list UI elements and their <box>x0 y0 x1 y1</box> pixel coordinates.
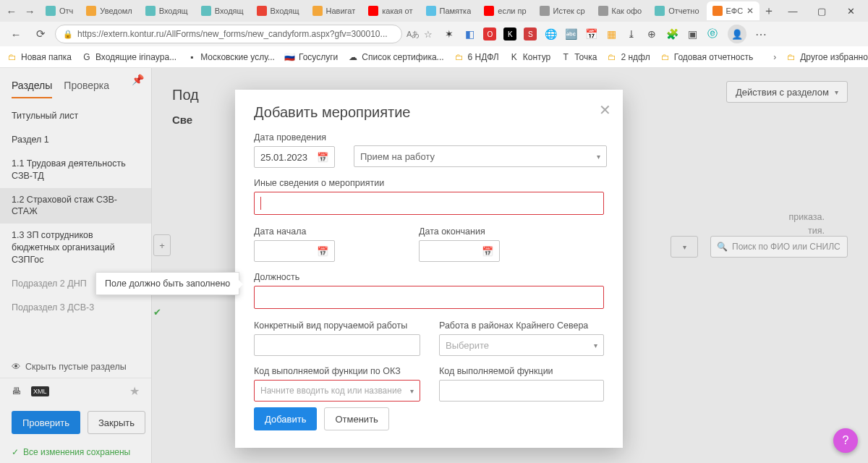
ext-icon-14[interactable]: ⓔ <box>706 27 719 41</box>
ext-icon-6[interactable]: 🌐 <box>544 27 557 41</box>
ext-icon-7[interactable]: 🔤 <box>564 27 577 41</box>
modal-close-button[interactable]: ✕ <box>599 101 611 119</box>
help-button[interactable]: ? <box>833 428 858 453</box>
bookmark-item[interactable]: 🗀Годовая отчетность <box>660 52 754 62</box>
browser-chrome: ← → ОтчУведомлВходящВходящВходящНавигатк… <box>0 0 868 68</box>
favicon <box>145 6 156 16</box>
ext-icon-3[interactable]: O <box>483 27 496 41</box>
bookmark-item[interactable]: ☁Список сертифика... <box>348 52 443 62</box>
bookmark-item[interactable]: KКонтур <box>509 52 550 62</box>
tabs-container: ОтчУведомлВходящВходящВходящНавигаткакая… <box>40 1 760 20</box>
close-tab-icon[interactable]: ✕ <box>746 6 754 16</box>
cancel-button[interactable]: Отменить <box>324 407 388 430</box>
back-button[interactable]: ← <box>6 24 26 44</box>
bookmark-item[interactable]: TТочка <box>561 52 597 62</box>
browser-tab[interactable]: Истек ср <box>534 1 591 20</box>
tab-back-icon[interactable]: ← <box>3 1 20 21</box>
new-tab-button[interactable]: ＋ <box>761 1 777 20</box>
browser-tab[interactable]: Входящ <box>251 1 305 20</box>
ext-icon-11[interactable]: ⊕ <box>645 27 658 41</box>
ext-icon-12[interactable]: 🧩 <box>665 27 678 41</box>
folder-icon: 🗀 <box>786 52 796 62</box>
ext-icon-2[interactable]: ◧ <box>463 27 476 41</box>
favicon <box>257 6 267 16</box>
calendar-icon: 📅 <box>482 246 493 257</box>
other-bookmarks[interactable]: 🗀 Другое избранное <box>786 52 868 62</box>
k-icon: K <box>509 52 519 62</box>
folder-icon: 🗀 <box>607 52 617 62</box>
end-date-label: Дата окончания <box>419 226 500 237</box>
browser-tab[interactable]: Входящ <box>140 1 194 20</box>
toolbar-icons: ✶ ◧ O K S 🌐 🔤 📅 ▦ ⤓ ⊕ 🧩 ▣ ⓔ <box>443 27 719 41</box>
ext-icon-9[interactable]: ▦ <box>605 27 618 41</box>
bookmark-item[interactable]: 🗀6 НДФЛ <box>454 52 499 62</box>
folder-icon: 🗀 <box>7 52 17 62</box>
favicon <box>46 6 56 16</box>
position-label: Должность <box>254 272 604 282</box>
lock-icon: 🔒 <box>63 30 73 39</box>
browser-tab[interactable]: если пр <box>478 1 532 20</box>
browser-tab[interactable]: ЕФС✕ <box>707 1 760 20</box>
folder-icon: 🗀 <box>454 52 464 62</box>
address-bar: ← ⟳ 🔒 https://extern.kontur.ru/AllForms/… <box>0 22 868 46</box>
okz-label: Код выполняемой функции по ОКЗ <box>254 366 420 376</box>
browser-menu-button[interactable]: ⋯ <box>751 24 771 44</box>
favicon <box>368 6 378 16</box>
north-label: Работа в районах Крайнего Севера <box>439 320 604 331</box>
minimize-button[interactable]: ― <box>778 1 807 21</box>
bookmarks-bar: 🗀Новая папкаGВходящие irinayра...▪Москов… <box>0 46 868 68</box>
favicon <box>201 6 211 16</box>
ext-icon-5[interactable]: S <box>524 27 537 41</box>
url-input[interactable]: 🔒 https://extern.kontur.ru/AllForms/new_… <box>55 25 402 43</box>
ext-icon-8[interactable]: 📅 <box>584 27 597 41</box>
ext-icon-13[interactable]: ▣ <box>686 27 699 41</box>
browser-tab[interactable]: Уведомл <box>80 1 137 20</box>
bookmark-item[interactable]: 🗀Новая папка <box>7 52 72 62</box>
cloud-icon: ☁ <box>348 52 358 62</box>
browser-tab[interactable]: Входящ <box>195 1 250 20</box>
tab-bar: ← → ОтчУведомлВходящВходящВходящНавигатк… <box>0 0 868 22</box>
event-date-input[interactable]: 25.01.2023 📅 <box>254 146 335 168</box>
profile-avatar[interactable]: 👤 <box>728 25 746 43</box>
bookmarks-overflow[interactable]: › <box>773 52 776 62</box>
close-window-button[interactable]: ✕ <box>836 1 865 21</box>
calendar-icon: 📅 <box>317 152 328 163</box>
ext-icon-10[interactable]: ⤓ <box>625 27 638 41</box>
favicon <box>540 6 550 16</box>
browser-tab[interactable]: Отчетно <box>649 1 705 20</box>
bookmark-item[interactable]: GВходящие irinayра... <box>82 52 176 62</box>
end-date-input[interactable]: 📅 <box>419 240 500 262</box>
other-info-input[interactable] <box>254 192 604 215</box>
g-icon: G <box>82 52 92 62</box>
chevron-down-icon: ▾ <box>410 387 414 395</box>
bookmark-item[interactable]: 🇷🇺Госуслуги <box>285 52 338 62</box>
maximize-button[interactable]: ▢ <box>807 1 836 21</box>
position-input[interactable] <box>254 286 604 309</box>
browser-tab[interactable]: какая от <box>362 1 418 20</box>
browser-tab[interactable]: Как офо <box>592 1 648 20</box>
reload-button[interactable]: ⟳ <box>30 24 51 44</box>
ext-icon-4[interactable]: K <box>503 27 516 41</box>
func-code-input[interactable] <box>439 380 604 402</box>
tab-forward-icon[interactable]: → <box>21 1 38 21</box>
event-type-select[interactable]: Прием на работу ▾ <box>354 145 607 167</box>
folder-icon: 🗀 <box>660 52 671 62</box>
okz-select[interactable]: Начните вводить код или название ▾ <box>254 380 420 402</box>
specific-work-input[interactable] <box>254 334 420 356</box>
bookmark-item[interactable]: ▪Московские услу... <box>187 52 275 62</box>
bookmark-item[interactable]: 🗀2 ндфл <box>607 52 650 62</box>
add-button[interactable]: Добавить <box>254 407 317 430</box>
url-text: https://extern.kontur.ru/AllForms/new_fo… <box>77 29 388 39</box>
north-select[interactable]: Выберите ▾ <box>439 334 604 356</box>
func-code-label: Код выполняемой функции <box>439 366 604 376</box>
browser-tab[interactable]: Отч <box>40 1 79 20</box>
browser-tab[interactable]: Памятка <box>420 1 477 20</box>
browser-tab[interactable]: Навигат <box>307 1 362 20</box>
chevron-down-icon: ▾ <box>594 341 597 349</box>
specific-work-label: Конкретный вид поручаемой работы <box>254 320 420 331</box>
ext-icon-1[interactable]: ✶ <box>443 27 456 41</box>
window-buttons: ― ▢ ✕ <box>778 1 865 21</box>
start-date-input[interactable]: 📅 <box>254 240 335 262</box>
add-event-modal: ✕ Добавить мероприятие Дата проведения 2… <box>235 90 623 448</box>
modal-title: Добавить мероприятие <box>254 104 604 121</box>
